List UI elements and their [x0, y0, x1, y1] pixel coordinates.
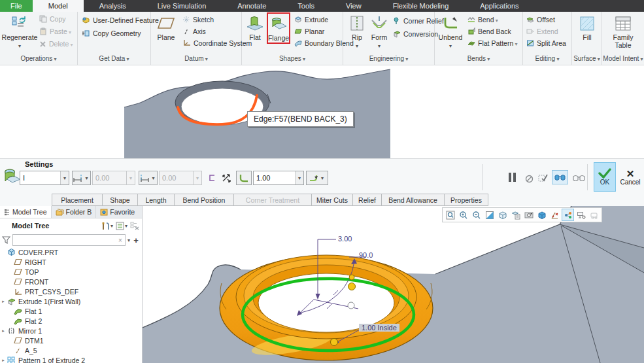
- component-drag-icon[interactable]: [588, 209, 600, 221]
- height-dimension[interactable]: 3.00: [337, 235, 353, 243]
- graphics-area[interactable]: 3.00 90.0 1.00 Inside: [143, 206, 644, 363]
- unattached-preview-button[interactable]: [570, 171, 587, 185]
- flange-offset-dimension[interactable]: 1.00 Inside: [359, 324, 399, 332]
- zoom-out-icon[interactable]: [470, 209, 483, 221]
- bend-radius-dropdown-icon[interactable]: [295, 171, 303, 184]
- tree-item-prt-csys-def[interactable]: PRT_CSYS_DEF: [0, 286, 142, 296]
- no-preview-button[interactable]: [522, 171, 535, 186]
- bend-back-button[interactable]: Bend Back: [467, 27, 511, 35]
- zoom-region-icon[interactable]: [444, 209, 456, 221]
- clear-search-icon[interactable]: [116, 237, 125, 244]
- plane-button[interactable]: Plane: [154, 14, 178, 41]
- capture-icon[interactable]: [522, 209, 535, 221]
- tree-search-input[interactable]: [13, 236, 116, 244]
- extrude-button[interactable]: Extrude: [294, 16, 328, 24]
- tree-item-dtm1[interactable]: DTM1: [0, 336, 142, 345]
- bend-radius-value[interactable]: [253, 171, 304, 185]
- zoom-in-icon[interactable]: [457, 209, 469, 221]
- flange-button[interactable]: Flange: [267, 12, 290, 44]
- group-label-editing[interactable]: Editing: [523, 55, 571, 65]
- tab-model[interactable]: Model: [33, 0, 84, 12]
- copy-geometry-button[interactable]: Copy Geometry: [82, 29, 141, 37]
- tab-bend-position[interactable]: Bend Position: [174, 194, 234, 206]
- tab-analysis[interactable]: Analysis: [84, 0, 142, 12]
- group-label-engineering[interactable]: Engineering: [343, 55, 434, 65]
- axis-button[interactable]: Axis: [182, 27, 206, 35]
- flip-direction-button[interactable]: [219, 171, 233, 185]
- open-profile-button[interactable]: [205, 171, 218, 185]
- copy-button[interactable]: Copy: [39, 15, 66, 23]
- tab-relief[interactable]: Relief: [352, 194, 382, 206]
- tree-item-extrude-1[interactable]: Extrude 1(First Wall): [0, 296, 142, 306]
- unbend-button[interactable]: Unbend: [437, 14, 464, 49]
- family-table-button[interactable]: Family Table: [608, 14, 638, 49]
- tree-item-right[interactable]: RIGHT: [0, 257, 142, 267]
- verify-button[interactable]: [536, 171, 551, 185]
- length2-type-button[interactable]: [139, 171, 158, 185]
- tab-flexible-modeling[interactable]: Flexible Modeling: [377, 0, 465, 12]
- flat-pattern-button[interactable]: Flat Pattern: [467, 39, 518, 47]
- tab-shape[interactable]: Shape: [102, 194, 138, 206]
- view-manager-icon[interactable]: [509, 209, 522, 221]
- expander-icon[interactable]: [0, 299, 7, 304]
- tree-tools-dropdown-icon[interactable]: [110, 223, 113, 229]
- tree-search-box[interactable]: [12, 234, 126, 246]
- tree-item-flat-1[interactable]: Flat 1: [0, 306, 142, 316]
- refit-icon[interactable]: [483, 209, 496, 221]
- tree-settings-button[interactable]: [130, 222, 139, 230]
- tree-display-button[interactable]: [116, 222, 127, 230]
- pause-button[interactable]: [503, 170, 520, 184]
- form-button[interactable]: Form: [368, 14, 390, 49]
- rip-button[interactable]: Rip: [347, 14, 367, 49]
- group-label-datum[interactable]: Datum: [151, 55, 241, 65]
- sketch-button[interactable]: Sketch: [182, 16, 214, 24]
- profile-select[interactable]: [20, 171, 69, 185]
- tree-tools-button[interactable]: [101, 222, 113, 230]
- unbend-dropdown[interactable]: [449, 41, 452, 49]
- group-label-get-data[interactable]: Get Data: [78, 55, 150, 65]
- conversion-button[interactable]: Conversion: [393, 30, 438, 38]
- tree-item-cover-prt[interactable]: COVER.PRT: [0, 247, 142, 257]
- form-dropdown[interactable]: [378, 41, 381, 49]
- tab-miter-cuts[interactable]: Miter Cuts: [311, 194, 353, 206]
- tree-display-dropdown-icon[interactable]: [125, 223, 127, 229]
- attached-preview-button[interactable]: [552, 170, 568, 184]
- tab-folder-browser[interactable]: Folder B: [52, 206, 97, 218]
- tab-view[interactable]: View: [330, 0, 377, 12]
- angle-dimension[interactable]: 90.0: [358, 251, 374, 259]
- tree-item-top[interactable]: TOP: [0, 267, 142, 277]
- tree-item-mirror-1[interactable]: Mirror 1: [0, 326, 142, 336]
- tab-annotate[interactable]: Annotate: [222, 0, 282, 12]
- tab-tools[interactable]: Tools: [282, 0, 330, 12]
- flat-button[interactable]: Flat: [245, 14, 265, 41]
- group-label-surface[interactable]: Surface: [572, 55, 602, 65]
- length1-type-dropdown-icon[interactable]: [83, 175, 90, 181]
- group-label-model-intent[interactable]: Model Intent: [602, 55, 644, 65]
- annotation-display-icon[interactable]: [575, 209, 587, 221]
- paste-button[interactable]: Paste: [39, 27, 71, 35]
- bend-button[interactable]: Bend: [467, 16, 498, 24]
- group-label-bends[interactable]: Bends: [435, 55, 522, 65]
- split-area-button[interactable]: Split Area: [526, 39, 566, 47]
- saved-orientations-icon[interactable]: [496, 209, 509, 221]
- planar-button[interactable]: Planar: [294, 27, 324, 35]
- tree-item-flat-2[interactable]: Flat 2: [0, 316, 142, 326]
- user-defined-feature-button[interactable]: User-Defined Feature: [82, 16, 159, 24]
- tree-item-a-5[interactable]: A_5: [0, 345, 142, 355]
- rip-dropdown[interactable]: [356, 41, 358, 49]
- ok-button[interactable]: OK: [594, 162, 616, 192]
- drag-handle[interactable]: [331, 339, 338, 346]
- drag-handle[interactable]: [348, 302, 354, 309]
- add-filter-button[interactable]: [132, 235, 140, 245]
- extend-button[interactable]: Extend: [526, 27, 558, 35]
- tree-item-pattern-1[interactable]: Pattern 1 of Extrude 2: [0, 355, 142, 363]
- regenerate-dropdown[interactable]: [18, 41, 21, 49]
- tab-length[interactable]: Length: [137, 194, 175, 206]
- drag-handle[interactable]: [349, 275, 354, 280]
- datum-display-icon[interactable]: [549, 209, 561, 221]
- search-dropdown-icon[interactable]: [127, 237, 130, 243]
- fill-button[interactable]: Fill: [577, 14, 598, 41]
- tab-bend-allowance[interactable]: Bend Allowance: [381, 194, 445, 206]
- expander-icon[interactable]: [0, 358, 7, 363]
- cancel-button[interactable]: ✕ Cancel: [619, 162, 642, 192]
